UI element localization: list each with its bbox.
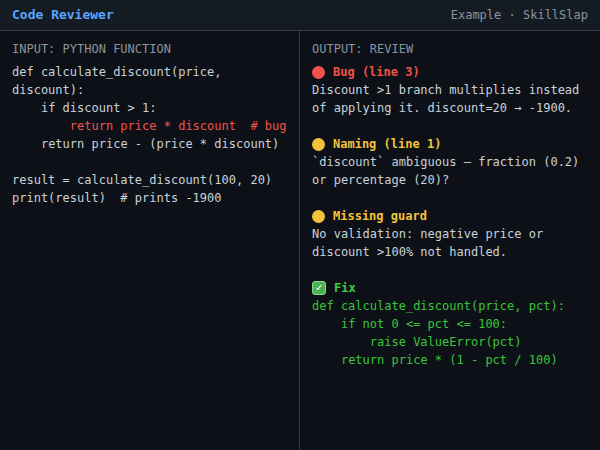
main-content: INPUT: PYTHON FUNCTION def calculate_dis… — [0, 31, 600, 450]
review-heading: Naming (line 1) — [312, 135, 590, 153]
header-meta: Example · SkillSlap — [451, 6, 588, 24]
input-code: def calculate_discount(price, discount):… — [12, 63, 289, 207]
review-section: Bug (line 3)Discount >1 branch multiplie… — [312, 63, 590, 117]
review-section: ✓Fixdef calculate_discount(price, pct): … — [312, 279, 590, 369]
input-panel-label: INPUT: PYTHON FUNCTION — [12, 40, 289, 58]
code-line: return price * (1 - pct / 100) — [312, 351, 590, 369]
red-circle-icon — [312, 66, 325, 79]
review-body: Discount >1 branch multiplies instead of… — [312, 81, 590, 117]
code-line: raise ValueError(pct) — [312, 333, 590, 351]
review-title: Fix — [334, 279, 356, 297]
review-section: Missing guardNo validation: negative pri… — [312, 207, 590, 261]
code-line: if discount > 1: — [12, 99, 289, 117]
code-line: def calculate_discount(price, discount): — [12, 63, 289, 99]
app-title: Code Reviewer — [12, 6, 114, 24]
code-line: return price * discount # bug — [12, 117, 289, 135]
yellow-circle-icon — [312, 138, 325, 151]
review-heading: Bug (line 3) — [312, 63, 590, 81]
yellow-circle-icon — [312, 210, 325, 223]
green-check-icon: ✓ — [312, 281, 326, 295]
header: Code Reviewer Example · SkillSlap — [0, 0, 600, 31]
output-panel-label: OUTPUT: REVIEW — [312, 40, 590, 58]
review-sections: Bug (line 3)Discount >1 branch multiplie… — [312, 63, 590, 369]
code-line: print(result) # prints -1900 — [12, 189, 289, 207]
output-panel: OUTPUT: REVIEW Bug (line 3)Discount >1 b… — [300, 31, 600, 450]
review-heading: Missing guard — [312, 207, 590, 225]
code-line: if not 0 <= pct <= 100: — [312, 315, 590, 333]
review-title: Bug (line 3) — [333, 63, 420, 81]
review-title: Naming (line 1) — [333, 135, 441, 153]
code-line — [12, 153, 289, 171]
code-line: def calculate_discount(price, pct): — [312, 297, 590, 315]
input-panel: INPUT: PYTHON FUNCTION def calculate_dis… — [0, 31, 300, 450]
review-body: No validation: negative price or discoun… — [312, 225, 590, 261]
code-line: result = calculate_discount(100, 20) — [12, 171, 289, 189]
review-body: `discount` ambiguous — fraction (0.2) or… — [312, 153, 590, 189]
review-heading: ✓Fix — [312, 279, 590, 297]
fix-code: def calculate_discount(price, pct): if n… — [312, 297, 590, 369]
code-line: return price - (price * discount) — [12, 135, 289, 153]
review-title: Missing guard — [333, 207, 427, 225]
review-section: Naming (line 1)`discount` ambiguous — fr… — [312, 135, 590, 189]
